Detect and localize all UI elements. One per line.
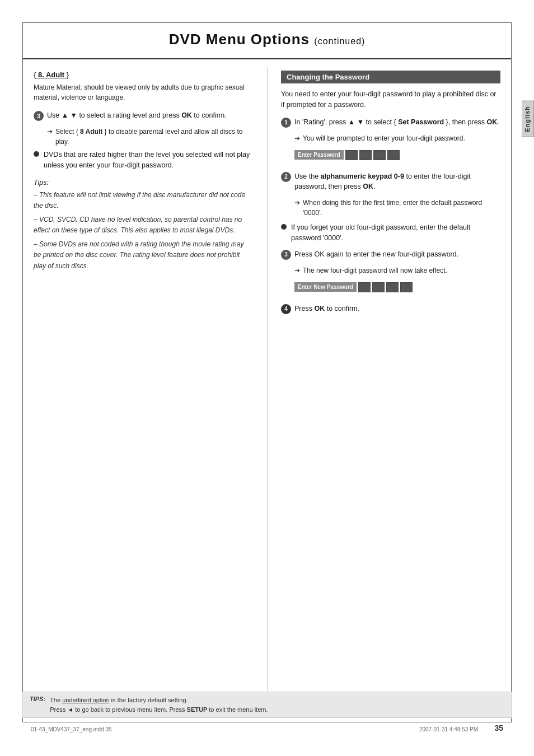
bullet-dot <box>34 151 39 157</box>
step-3-arrow-text: Select { 8 Adult } to disable parental l… <box>55 127 253 147</box>
step-3-right-text: Press OK again to enter the new four-dig… <box>294 249 500 260</box>
arrow-right-icon-3: ➔ <box>294 267 300 274</box>
step-3-left: 3 Use ▲ ▼ to select a rating level and p… <box>34 110 253 121</box>
left-column: { 8. Adult } Mature Material; should be … <box>22 71 261 320</box>
page-container: English DVD Menu Options (continued) { 8… <box>0 0 534 756</box>
page-title-area: DVD Menu Options (continued) <box>22 0 512 59</box>
password-box-1 <box>345 150 358 160</box>
enter-password-label: Enter Password <box>294 150 344 160</box>
password-display-1: Enter Password <box>294 147 500 165</box>
new-password-box-1 <box>358 282 371 292</box>
adult-heading: { 8. Adult } <box>34 71 253 79</box>
adult-section: { 8. Adult } Mature Material; should be … <box>34 71 253 102</box>
border-top <box>22 22 512 23</box>
page-title: DVD Menu Options (continued) <box>169 31 366 48</box>
continued-label: (continued) <box>314 36 365 46</box>
arrow-right-icon: ➔ <box>47 128 53 136</box>
tip-2: – VCD, SVCD, CD have no level indication… <box>34 214 253 236</box>
step-number-3-right: 3 <box>281 250 291 260</box>
border-bottom <box>22 722 512 722</box>
tips-line-1: The underlined option is the factory def… <box>50 696 268 705</box>
step-4-right: 4 Press OK to confirm. <box>281 304 500 314</box>
new-password-box-3 <box>386 282 399 292</box>
arrow-right-icon-2: ➔ <box>294 199 300 207</box>
right-column: Changing the Password You need to enter … <box>273 71 512 320</box>
bullet-dot-2 <box>281 224 287 230</box>
step-3-right: 3 Press OK again to enter the new four-d… <box>281 249 500 260</box>
tips-section: Tips: – This feature will not limit view… <box>34 179 253 272</box>
tips-content: – This feature will not limit viewing if… <box>34 190 253 272</box>
password-box-4 <box>387 150 400 160</box>
footer-left: 01-43_MDV437_37_eng.indd 35 <box>31 726 112 732</box>
new-password-box-2 <box>372 282 385 292</box>
footer-right: 2007-01-31 4:49:53 PM <box>419 726 478 732</box>
column-divider <box>267 67 268 711</box>
step-3-right-arrow: ➔ The new four-digit password will now t… <box>294 265 500 276</box>
adult-description: Mature Material; should be viewed only b… <box>34 82 253 102</box>
arrow-right-icon-1: ➔ <box>294 134 300 142</box>
step-3-text: Use ▲ ▼ to select a rating level and pre… <box>47 110 253 121</box>
step-2-arrow-text: When doing this for the first time, ente… <box>303 198 500 218</box>
bullet-text-2: If you forget your old four-digit passwo… <box>291 222 500 244</box>
tips-label: TIPS: <box>30 696 45 702</box>
step-3-right-arrow-text: The new four-digit password will now tak… <box>303 265 447 276</box>
enter-new-password-label: Enter New Password <box>294 282 357 292</box>
step-1-arrow-text: You will be prompted to enter your four-… <box>303 133 465 143</box>
password-display-2: Enter New Password <box>294 279 500 297</box>
tip-3: – Some DVDs are not coded with a rating … <box>34 239 253 272</box>
step-2-arrow: ➔ When doing this for the first time, en… <box>294 198 500 218</box>
border-right <box>511 22 512 722</box>
tips-body: The underlined option is the factory def… <box>50 696 268 714</box>
step-2-right: 2 Use the alphanumeric keypad 0-9 to ent… <box>281 171 500 193</box>
step-4-text: Press OK to confirm. <box>294 304 500 314</box>
bullet-item-1: DVDs that are rated higher than the leve… <box>34 150 253 171</box>
section-header: Changing the Password <box>281 71 500 83</box>
tip-1: – This feature will not limit viewing if… <box>34 190 253 211</box>
step-1-text: In 'Rating', press ▲ ▼ to select { Set P… <box>294 117 500 128</box>
step-number-4: 4 <box>281 304 291 314</box>
enter-new-password-widget: Enter New Password <box>294 282 413 292</box>
step-number-1: 1 <box>281 118 291 128</box>
password-box-3 <box>373 150 386 160</box>
border-left <box>22 22 23 722</box>
new-password-box-4 <box>400 282 413 292</box>
step-1-right: 1 In 'Rating', press ▲ ▼ to select { Set… <box>281 117 500 128</box>
step-1-arrow: ➔ You will be prompted to enter your fou… <box>294 133 500 143</box>
page-number: 35 <box>494 724 503 732</box>
step-2-text: Use the alphanumeric keypad 0-9 to enter… <box>294 171 500 193</box>
password-box-2 <box>359 150 372 160</box>
language-tab: English <box>522 101 534 137</box>
section-intro: You need to enter your four-digit passwo… <box>281 89 500 110</box>
enter-password-widget: Enter Password <box>294 150 400 160</box>
step-3-arrow: ➔ Select { 8 Adult } to disable parental… <box>47 127 253 147</box>
bullet-text-1: DVDs that are rated higher than the leve… <box>44 150 253 171</box>
tips-line-2: Press ◄ to go back to previous menu item… <box>50 705 268 715</box>
bottom-tips-bar: TIPS: The underlined option is the facto… <box>22 692 512 718</box>
step-number-3: 3 <box>34 111 44 121</box>
step-number-2: 2 <box>281 172 291 182</box>
bullet-item-2: If you forget your old four-digit passwo… <box>281 222 500 244</box>
tips-heading: Tips: <box>34 179 253 186</box>
